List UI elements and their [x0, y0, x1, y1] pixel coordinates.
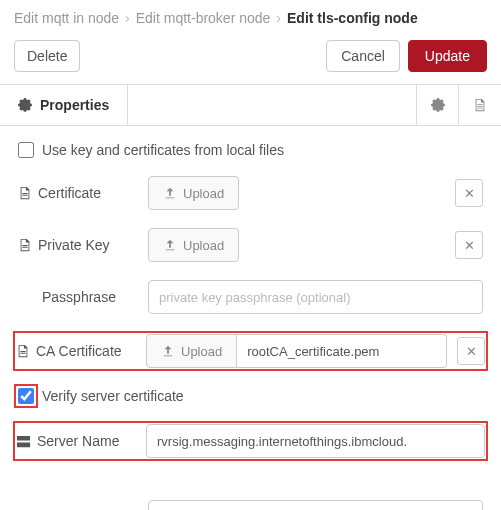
server-name-row: Server Name: [14, 422, 487, 460]
tab-properties[interactable]: Properties: [0, 85, 128, 125]
chevron-right-icon: ›: [276, 10, 281, 26]
verify-server-row: Verify server certificate: [18, 388, 483, 404]
gear-icon: [18, 98, 32, 112]
tabs: Properties: [0, 85, 501, 126]
breadcrumb: Edit mqtt in node › Edit mqtt-broker nod…: [0, 0, 501, 34]
cancel-button[interactable]: Cancel: [326, 40, 400, 72]
verify-server-label: Verify server certificate: [42, 388, 184, 404]
document-icon: [473, 98, 487, 112]
breadcrumb-lvl3: Edit tls-config node: [287, 10, 418, 26]
server-name-label: Server Name: [16, 433, 146, 449]
update-button[interactable]: Update: [408, 40, 487, 72]
name-row: Name: [18, 500, 483, 510]
upload-icon: [163, 186, 177, 200]
ca-certificate-clear-button[interactable]: ✕: [457, 337, 485, 365]
private-key-upload-button[interactable]: Upload: [148, 228, 239, 262]
action-bar: Delete Cancel Update: [0, 34, 501, 85]
certificate-clear-button[interactable]: ✕: [455, 179, 483, 207]
file-icon: [18, 186, 32, 200]
passphrase-input[interactable]: [148, 280, 483, 314]
file-icon: [18, 238, 32, 252]
use-local-files-checkbox[interactable]: [18, 142, 34, 158]
name-input[interactable]: [148, 500, 483, 510]
passphrase-label: Passphrase: [18, 289, 148, 305]
ca-certificate-upload-button[interactable]: Upload: [146, 334, 237, 368]
chevron-right-icon: ›: [125, 10, 130, 26]
passphrase-row: Passphrase: [18, 280, 483, 314]
breadcrumb-lvl2[interactable]: Edit mqtt-broker node: [136, 10, 271, 26]
certificate-row: Certificate Upload ✕: [18, 176, 483, 210]
upload-icon: [161, 344, 175, 358]
tab-properties-label: Properties: [40, 97, 109, 113]
use-local-files-row: Use key and certificates from local file…: [18, 142, 483, 158]
gear-icon: [431, 98, 445, 112]
server-name-input[interactable]: [146, 424, 485, 458]
breadcrumb-lvl1[interactable]: Edit mqtt in node: [14, 10, 119, 26]
certificate-label: Certificate: [18, 185, 148, 201]
delete-button[interactable]: Delete: [14, 40, 80, 72]
certificate-upload-button[interactable]: Upload: [148, 176, 239, 210]
close-icon: ✕: [464, 238, 475, 253]
server-icon: [16, 434, 31, 449]
close-icon: ✕: [466, 344, 477, 359]
ca-certificate-filename[interactable]: [237, 334, 447, 368]
ca-certificate-row: CA Certificate Upload ✕: [14, 332, 487, 370]
upload-icon: [163, 238, 177, 252]
private-key-clear-button[interactable]: ✕: [455, 231, 483, 259]
tab-settings[interactable]: [417, 85, 459, 125]
ca-certificate-label: CA Certificate: [16, 343, 146, 359]
close-icon: ✕: [464, 186, 475, 201]
private-key-row: Private Key Upload ✕: [18, 228, 483, 262]
private-key-label: Private Key: [18, 237, 148, 253]
tab-docs[interactable]: [459, 85, 501, 125]
file-icon: [16, 344, 30, 358]
verify-server-checkbox[interactable]: [18, 388, 34, 404]
properties-form: Use key and certificates from local file…: [0, 126, 501, 510]
use-local-files-label: Use key and certificates from local file…: [42, 142, 284, 158]
